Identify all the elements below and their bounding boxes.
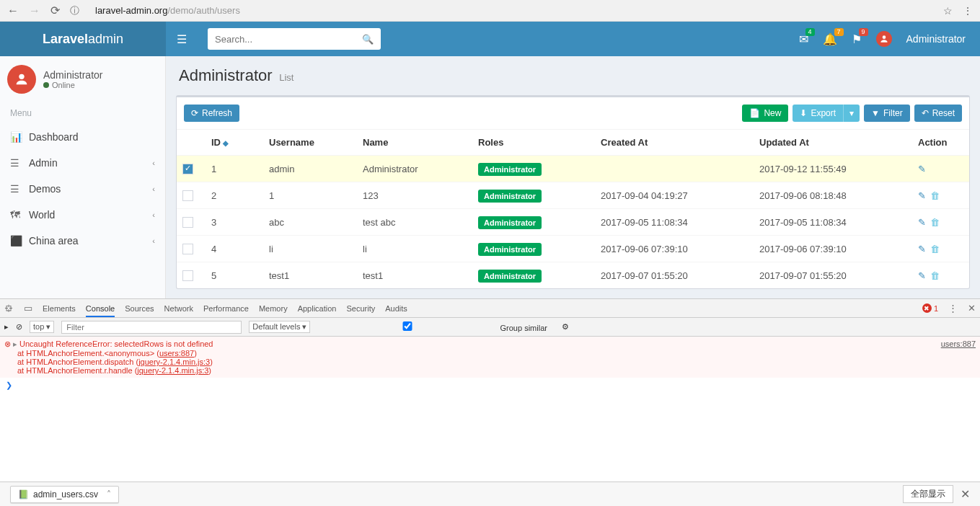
devtools-tab-performance[interactable]: Performance	[203, 304, 249, 313]
console-prompt[interactable]: ❯	[0, 378, 980, 393]
cell-updated: 2017-09-06 08:18:48	[754, 182, 912, 209]
role-badge: Administrator	[478, 190, 542, 203]
stack-link[interactable]: users:887	[159, 349, 194, 358]
row-checkbox[interactable]	[182, 164, 193, 174]
devtools-filter-bar: ▸ ⊘ top ▾ Default levels ▾ Group similar…	[0, 318, 980, 337]
trash-icon[interactable]: 🗑	[930, 244, 940, 254]
cell-name: Administrator	[357, 156, 472, 182]
edit-icon[interactable]: ✎	[918, 244, 926, 254]
svg-point-0	[882, 35, 886, 39]
group-similar-checkbox[interactable]: Group similar	[317, 321, 547, 332]
edit-icon[interactable]: ✎	[918, 270, 926, 281]
chevron-left-icon: ‹	[152, 159, 155, 167]
trash-icon[interactable]: 🗑	[930, 217, 940, 228]
brand-logo[interactable]: Laravel admin	[0, 22, 166, 56]
sidebar-user-panel: Administrator Online	[0, 56, 165, 102]
row-checkbox[interactable]	[182, 217, 193, 228]
role-badge: Administrator	[478, 270, 542, 283]
devtools-tab-application[interactable]: Application	[298, 304, 337, 313]
online-dot-icon	[43, 82, 49, 88]
table-row: 3 abc test abc Administrator 2017-09-05 …	[177, 209, 969, 236]
browser-toolbar: ← → ⟳ ⓘ laravel-admin.org/demo/auth/user…	[0, 0, 980, 22]
back-icon[interactable]: ←	[7, 4, 19, 17]
role-badge: Administrator	[478, 163, 542, 176]
menu-icon[interactable]: ⋮	[963, 5, 973, 17]
bar-icon: 📊	[10, 131, 22, 143]
device-icon[interactable]: ▭	[24, 303, 32, 314]
sidebar: Administrator Online Menu 📊Dashboard☰Adm…	[0, 22, 166, 298]
address-bar[interactable]: laravel-admin.org/demo/auth/users	[89, 2, 933, 19]
row-checkbox[interactable]	[182, 244, 193, 254]
settings-icon[interactable]: ⚙	[562, 322, 569, 332]
bell-icon[interactable]: 🔔7	[823, 32, 837, 46]
user-avatar[interactable]	[876, 31, 892, 47]
mail-icon[interactable]: ✉4	[799, 32, 808, 46]
edit-icon[interactable]: ✎	[918, 217, 926, 228]
cell-created: 2017-09-04 04:19:27	[595, 182, 754, 209]
search-input[interactable]	[215, 34, 362, 45]
row-checkbox[interactable]	[182, 270, 193, 281]
reset-button[interactable]: ↶Reset	[914, 105, 962, 122]
levels-select[interactable]: Default levels ▾	[249, 321, 310, 333]
devtools-tab-memory[interactable]: Memory	[259, 304, 288, 313]
devtools-tab-audits[interactable]: Audits	[385, 304, 407, 313]
map2-icon: ⬛	[10, 235, 22, 247]
scope-select[interactable]: top ▾	[30, 321, 54, 333]
cell-username: li	[263, 236, 357, 262]
table-row: 2 1 123 Administrator 2017-09-04 04:19:2…	[177, 182, 969, 209]
devtools-tab-elements[interactable]: Elements	[43, 304, 76, 313]
error-count[interactable]: ✖1	[922, 303, 938, 313]
new-button[interactable]: 📄New	[742, 105, 788, 122]
cell-updated: 2017-09-06 07:39:10	[754, 236, 912, 262]
cell-username: test1	[263, 262, 357, 289]
chevron-left-icon: ‹	[152, 210, 155, 219]
edit-icon[interactable]: ✎	[918, 190, 926, 201]
export-button[interactable]: ⬇Export	[793, 105, 843, 122]
sidebar-item-label: World	[29, 209, 55, 221]
devtools-panel: ⯐ ▭ ElementsConsoleSourcesNetworkPerform…	[0, 298, 980, 393]
trash-icon[interactable]: 🗑	[930, 270, 940, 281]
search-icon[interactable]: 🔍	[362, 34, 374, 45]
devtools-menu-icon[interactable]: ⋮	[948, 303, 958, 314]
sidebar-item-dashboard[interactable]: 📊Dashboard	[0, 124, 165, 150]
devtools-tab-sources[interactable]: Sources	[125, 304, 154, 313]
devtools-tab-network[interactable]: Network	[164, 304, 193, 313]
forward-icon[interactable]: →	[29, 4, 40, 17]
play-icon[interactable]: ▸	[4, 322, 9, 332]
devtools-tab-security[interactable]: Security	[346, 304, 375, 313]
devtools-close-icon[interactable]: ✕	[968, 303, 976, 314]
site-info-icon[interactable]: ⓘ	[70, 4, 79, 17]
sidebar-item-demos[interactable]: ☰Demos‹	[0, 176, 165, 202]
stack-link[interactable]: jquery-2.1.4.min.js:3	[138, 358, 210, 366]
edit-icon[interactable]: ✎	[918, 164, 926, 174]
content-header: Administrator List	[166, 56, 980, 95]
flag-icon[interactable]: ⚑9	[852, 32, 862, 46]
hamburger-icon[interactable]: ☰	[166, 32, 198, 46]
table-row: 4 li li Administrator 2017-09-06 07:39:1…	[177, 236, 969, 262]
inspect-icon[interactable]: ⯐	[4, 303, 14, 314]
cell-id: 5	[206, 262, 263, 289]
trash-icon[interactable]: 🗑	[930, 190, 940, 201]
sidebar-item-china-area[interactable]: ⬛China area‹	[0, 228, 165, 254]
sidebar-item-admin[interactable]: ☰Admin‹	[0, 150, 165, 176]
refresh-button[interactable]: ⟳Refresh	[184, 105, 239, 122]
error-source-link[interactable]: users:887	[941, 339, 976, 349]
data-box: ⟳Refresh 📄New ⬇Export ▾ ▼Filter ↶Reset I…	[176, 95, 970, 289]
clear-icon[interactable]: ⊘	[16, 322, 22, 332]
user-name[interactable]: Administrator	[906, 33, 966, 45]
sidebar-item-world[interactable]: 🗺World‹	[0, 202, 165, 228]
stack-link[interactable]: jquery-2.1.4.min.js:3	[137, 366, 208, 375]
table-row: 5 test1 test1 Administrator 2017-09-07 0…	[177, 262, 969, 289]
export-dropdown[interactable]: ▾	[843, 105, 860, 122]
filter-button[interactable]: ▼Filter	[864, 105, 910, 122]
role-badge: Administrator	[478, 216, 542, 229]
sidebar-avatar	[7, 65, 36, 94]
devtools-tabs: ⯐ ▭ ElementsConsoleSourcesNetworkPerform…	[0, 299, 980, 318]
sort-icon[interactable]: ◆	[223, 139, 229, 147]
reload-icon[interactable]: ⟳	[50, 4, 60, 17]
devtools-filter-input[interactable]	[61, 321, 242, 334]
devtools-tab-console[interactable]: Console	[86, 304, 115, 317]
row-checkbox[interactable]	[182, 190, 193, 201]
star-icon[interactable]: ☆	[943, 5, 953, 17]
download-icon: ⬇	[800, 108, 807, 118]
